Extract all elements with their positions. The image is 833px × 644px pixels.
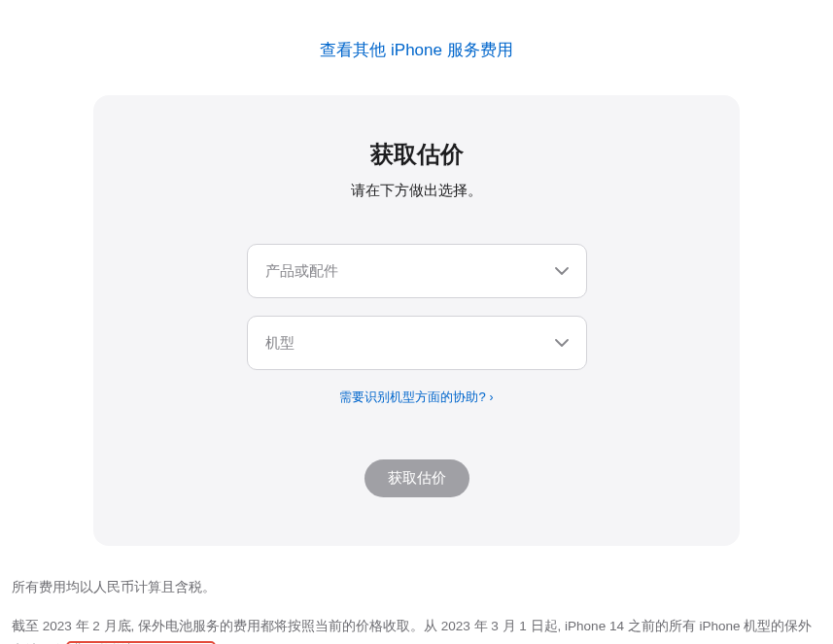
card-subtitle: 请在下方做出选择。 [132, 182, 701, 200]
footer-line1: 所有费用均以人民币计算且含税。 [12, 575, 821, 600]
top-link-container: 查看其他 iPhone 服务费用 [0, 0, 833, 81]
chevron-down-icon [555, 267, 569, 275]
footer-text: 所有费用均以人民币计算且含税。 截至 2023 年 2 月底, 保外电池服务的费… [12, 575, 821, 644]
chevron-down-icon [555, 339, 569, 347]
model-select[interactable]: 机型 [247, 316, 587, 370]
footer-line2: 截至 2023 年 2 月底, 保外电池服务的费用都将按照当前的价格收取。从 2… [12, 614, 821, 644]
help-link-container: 需要识别机型方面的协助?› [132, 388, 701, 406]
chevron-right-icon: › [490, 390, 494, 404]
identify-model-help-link[interactable]: 需要识别机型方面的协助?› [339, 390, 493, 404]
product-select-placeholder: 产品或配件 [265, 262, 338, 281]
get-estimate-button[interactable]: 获取估价 [364, 459, 469, 497]
card-title: 获取估价 [132, 139, 701, 170]
help-link-text: 需要识别机型方面的协助? [339, 390, 485, 404]
model-select-placeholder: 机型 [265, 334, 295, 353]
estimate-card: 获取估价 请在下方做出选择。 产品或配件 机型 需要识别机型方面的协助?› 获取… [93, 95, 740, 546]
other-iphone-fees-link[interactable]: 查看其他 iPhone 服务费用 [320, 41, 512, 59]
product-select[interactable]: 产品或配件 [247, 244, 587, 298]
